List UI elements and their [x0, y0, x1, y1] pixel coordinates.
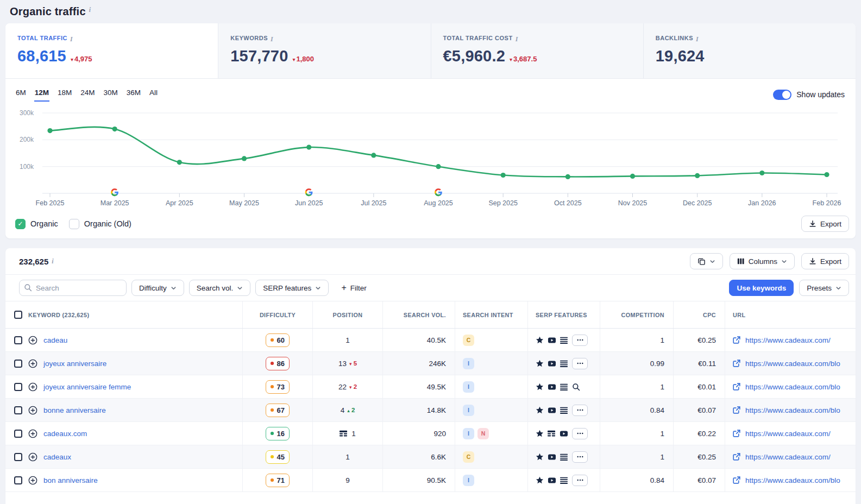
url-link[interactable]: https://www.cadeaux.com/ [745, 453, 831, 461]
url-link[interactable]: https://www.cadeaux.com/ [745, 336, 831, 344]
more-serp-features-button[interactable] [572, 451, 588, 463]
table-row: cadeaux.com161920IN1€0.22https://www.cad… [5, 422, 856, 445]
arrow-down-icon: ▾ [349, 385, 352, 390]
keyword-link[interactable]: cadeaux.com [43, 430, 87, 438]
copy-button[interactable] [690, 253, 723, 269]
url-link[interactable]: https://www.cadeaux.com/blo [745, 383, 840, 391]
chevron-down-icon [781, 259, 787, 264]
row-checkbox[interactable] [14, 406, 22, 414]
keywords-total: 232,625 [19, 257, 48, 266]
show-updates-label: Show updates [796, 90, 845, 99]
difficulty-dot-icon [271, 385, 274, 388]
presets-dropdown[interactable]: Presets [799, 280, 849, 296]
add-keyword-icon[interactable] [28, 382, 37, 392]
page-header: Organic traffic i [0, 0, 861, 23]
stat-card-keywords[interactable]: KEYWORDSi157,770▾1,800 [218, 23, 430, 78]
range-tab-all[interactable]: All [149, 87, 158, 102]
add-keyword-icon[interactable] [28, 476, 37, 485]
range-tab-36m[interactable]: 36M [126, 87, 141, 102]
columns-label: Columns [749, 257, 777, 266]
chart-export-button[interactable]: Export [801, 216, 849, 232]
add-keyword-icon[interactable] [28, 359, 37, 368]
search-input[interactable] [19, 280, 127, 296]
show-updates-toggle[interactable] [773, 90, 791, 100]
select-all-checkbox[interactable] [14, 311, 22, 319]
legend-organic-old[interactable]: Organic (Old) [69, 219, 131, 229]
lines-icon [560, 453, 568, 461]
more-serp-features-button[interactable] [572, 358, 588, 369]
stat-card-backlinks[interactable]: BACKLINKSi19,624 [643, 23, 856, 78]
add-keyword-icon[interactable] [28, 452, 37, 462]
row-checkbox[interactable] [14, 383, 22, 391]
row-checkbox[interactable] [14, 430, 22, 438]
legend-organic[interactable]: ✓Organic [15, 219, 58, 229]
url-link[interactable]: https://www.cadeaux.com/blo [745, 406, 840, 414]
competition-cell: 0.84 [600, 399, 674, 421]
url-link[interactable]: https://www.cadeaux.com/blo [745, 360, 840, 368]
more-serp-features-button[interactable] [572, 335, 588, 346]
keyword-link[interactable]: joyeux anniversaire femme [43, 383, 131, 391]
google-update-icon [435, 188, 442, 196]
use-keywords-button[interactable]: Use keywords [729, 280, 794, 296]
table-row: cadeau60140.5KC1€0.25https://www.cadeaux… [5, 329, 856, 352]
lines-icon [560, 406, 568, 414]
filter-label: Filter [350, 284, 367, 292]
range-tab-12m[interactable]: 12M [34, 87, 49, 102]
stat-delta: ▾3,687.5 [510, 55, 537, 63]
row-checkbox[interactable] [14, 336, 22, 344]
columns-button[interactable]: Columns [730, 253, 795, 269]
more-serp-features-button[interactable] [572, 405, 588, 416]
search-volume-cell: 14.8K [383, 399, 455, 421]
chevron-down-icon [171, 285, 177, 291]
table-column-headers: KEYWORD (232,625) DIFFICULTY POSITION SE… [5, 301, 856, 329]
search-volume-cell: 246K [383, 352, 455, 375]
cpc-cell: €0.25 [674, 329, 725, 351]
search-intent-cell: IN [455, 422, 528, 445]
copy-icon [697, 257, 706, 266]
difficulty-filter-dropdown[interactable]: Difficulty [131, 280, 184, 296]
row-checkbox[interactable] [14, 360, 22, 368]
search-intent-cell: C [455, 329, 528, 351]
keywords-panel: 232,625 i Columns Export [5, 248, 856, 504]
intent-badge-i: I [463, 405, 474, 416]
add-keyword-icon[interactable] [28, 336, 37, 345]
more-serp-features-button[interactable] [572, 475, 588, 486]
stat-card-total-traffic[interactable]: TOTAL TRAFFICi68,615▾4,975 [5, 23, 218, 78]
row-checkbox[interactable] [14, 476, 22, 484]
filters-right: Use keywords Presets [729, 280, 849, 296]
intent-badge-n: N [477, 428, 489, 439]
external-link-icon [733, 383, 740, 390]
add-filter-button[interactable]: + Filter [338, 283, 369, 293]
stat-card-total-traffic-cost[interactable]: TOTAL TRAFFIC COSTi€5,960.2▾3,687.5 [431, 23, 643, 78]
url-link[interactable]: https://www.cadeaux.com/ [745, 430, 831, 438]
cpc-cell: €0.25 [674, 445, 725, 468]
url-link[interactable]: https://www.cadeaux.com/blo [745, 476, 840, 484]
range-tab-18m[interactable]: 18M [57, 87, 72, 102]
stat-delta: ▾1,800 [292, 55, 314, 63]
range-tab-30m[interactable]: 30M [103, 87, 118, 102]
table-export-button[interactable]: Export [801, 253, 849, 269]
stats-row: TOTAL TRAFFICi68,615▾4,975KEYWORDSi157,7… [5, 23, 856, 79]
more-serp-features-button[interactable] [572, 428, 588, 439]
info-icon: i [516, 36, 518, 42]
lines-icon [560, 336, 568, 344]
keyword-link[interactable]: joyeux anniversaire [43, 360, 106, 368]
search-intent-cell: I [455, 375, 528, 398]
svg-text:Feb 2025: Feb 2025 [36, 199, 65, 207]
star-icon [536, 383, 544, 391]
keyword-link[interactable]: cadeaux [43, 453, 71, 461]
keyword-link[interactable]: bon anniversaire [43, 476, 98, 484]
add-keyword-icon[interactable] [28, 406, 37, 415]
download-icon [809, 220, 816, 228]
serp-features-filter-dropdown[interactable]: SERP features [255, 280, 329, 296]
add-keyword-icon[interactable] [28, 429, 37, 438]
keyword-link[interactable]: bonne anniversaire [43, 406, 106, 414]
range-tab-24m[interactable]: 24M [80, 87, 95, 102]
keyword-link[interactable]: cadeau [43, 336, 67, 344]
row-checkbox[interactable] [14, 453, 22, 461]
lines-icon [560, 476, 568, 484]
info-icon: i [271, 36, 273, 42]
range-tab-6m[interactable]: 6M [15, 87, 27, 102]
position-cell: 13▾ 5 [313, 352, 383, 375]
search-volume-filter-dropdown[interactable]: Search vol. [189, 280, 251, 296]
